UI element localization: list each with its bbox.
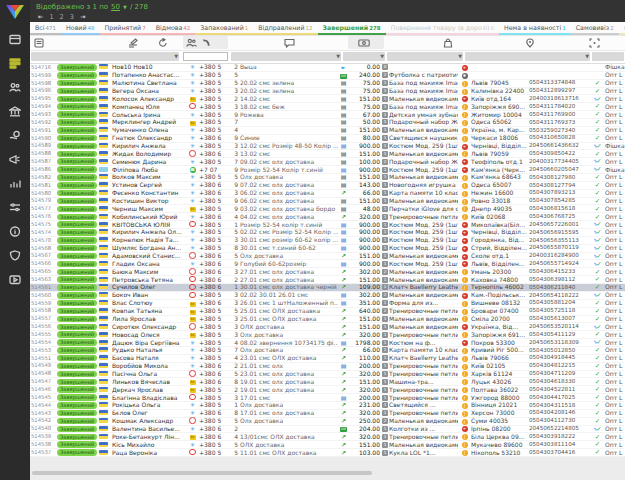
table-row[interactable]: 514546ЗавершенийДеркач Ярославkc+380 521…	[30, 386, 625, 394]
sidebar-item-support[interactable]	[4, 245, 26, 265]
repeat-orders-icon[interactable]	[157, 37, 169, 49]
sidebar-item-bank[interactable]	[4, 101, 26, 121]
tracking-status-cell: ✓	[591, 371, 604, 378]
client-people-icon[interactable]	[185, 37, 197, 49]
table-row[interactable]: 514716ЗавершенийНов10 Нов10✳+380 52Выца►…	[30, 64, 625, 72]
table-row[interactable]: 514580ЗавершенийФесенко Константин✳+380 …	[30, 190, 625, 198]
table-row[interactable]: 514575ЗавершенийКВІТОВСЬКА ЮЛІЯ+380 51Ро…	[30, 221, 625, 229]
table-row[interactable]: 514549ЗавершенийВоробйов Микола✳+380 622…	[30, 363, 625, 371]
phone-filter-input[interactable]	[183, 52, 228, 61]
table-row[interactable]: 514557ЗавершенийЛила Ярославkc+380 5325.…	[30, 316, 625, 324]
table-row[interactable]: 514599ЗавершенийПотапенко Анастас...✳+38…	[30, 72, 625, 80]
tab-2[interactable]: Новий48	[61, 22, 99, 35]
sidebar-item-settings[interactable]	[4, 197, 26, 217]
table-row[interactable]: 514548ЗавершенийПасічна Ольга+380 6523.0…	[30, 371, 625, 379]
filter-offer[interactable]	[592, 52, 624, 61]
tab-5[interactable]: Запакований1	[195, 22, 253, 35]
first-page-button[interactable]: ⇤	[38, 13, 43, 21]
table-row[interactable]: 514554ЗавершенийДацюк Віра Сергіївна✳+38…	[30, 339, 625, 347]
card-payment-icon: ▤	[341, 229, 347, 235]
last-page-button[interactable]: ⇥	[80, 13, 85, 21]
table-row[interactable]: 514556ЗавершенийСиротюк Олександр+380 53…	[30, 323, 625, 331]
table-row[interactable]: 514576ЗавершенийКобилинський Юрий✳+380 6…	[30, 213, 625, 221]
table-row[interactable]: 514591ЗавершенийЧумаченко Олена✳+380 54▤…	[30, 127, 625, 135]
table-row[interactable]: 514537ЗавершенийРаца Вероніка+380 5511.0…	[30, 449, 625, 457]
location-pin-icon[interactable]	[524, 37, 536, 49]
table-row[interactable]: 514538ЗавершенийКісь Михайло✳+380 55ОЛХ …	[30, 441, 625, 449]
table-row[interactable]: 514544ЗавершенийРокіцька Ольга✳+380 51Ол…	[30, 402, 625, 410]
table-row[interactable]: 514590ЗавершенийГнатюк Олександр✳+380 69…	[30, 135, 625, 143]
sidebar-item-orders[interactable]	[4, 53, 26, 73]
tab-3[interactable]: Прийнятий7	[100, 22, 151, 35]
table-row[interactable]: 514547ЗавершенийЛиньков Вячеславkc+380 6…	[30, 378, 625, 386]
sidebar-item-clients[interactable]	[4, 77, 26, 97]
table-row[interactable]: 514542ЗавершенийКошмак Александр+380 55О…	[30, 418, 625, 426]
table-row[interactable]: 514570ЗавершенийКорнелюк Надія Та...✳+38…	[30, 237, 625, 245]
filter-product[interactable]: ▼	[387, 52, 463, 61]
table-row[interactable]: 514540ЗавершенийВалентина Василье...✳+38…	[30, 426, 625, 434]
filter-comment[interactable]: ▼	[231, 52, 341, 61]
table-row[interactable]: 514551ЗавершенийБасова Наталя✳+380 5423.…	[30, 355, 625, 363]
order-amount: 302.00	[349, 292, 381, 298]
table-row[interactable]: 514566ЗавершенийГладик Оксана✳+380 69Гол…	[30, 260, 625, 268]
table-row[interactable]: 514563ЗавершенийПетровська Тетяна+380 62…	[30, 276, 625, 284]
money-icon[interactable]	[358, 37, 370, 49]
table-row[interactable]: 514593ЗавершенийСольська Ірина✳+380 59Ро…	[30, 111, 625, 119]
sidebar-item-finance[interactable]	[4, 125, 26, 145]
table-row[interactable]: 514560ЗавершенийБокоч Иван+380 5302.02 3…	[30, 292, 625, 300]
table-row[interactable]: 514592ЗавершенийМерклингер Андрейkc+380 …	[30, 119, 625, 127]
products-bag-icon[interactable]	[442, 37, 454, 49]
table-row[interactable]: 514579ЗавершенийКостишин Виктор✳+380 590…	[30, 198, 625, 206]
table-row[interactable]: 514598ЗавершенийМалютина Светлана✳+380 5…	[30, 80, 625, 88]
sidebar-item-dashboard[interactable]	[4, 29, 26, 49]
table-row[interactable]: 514588ЗавершенийЖидак Володимир+380 6313…	[30, 150, 625, 158]
order-form-icon[interactable]	[33, 37, 45, 49]
table-row[interactable]: 514595ЗавершенийКолосок Александрkc+380 …	[30, 95, 625, 103]
table-row[interactable]: 514586ЗавершенийФіліпова Люба☎+7 079Розм…	[30, 166, 625, 174]
table-row[interactable]: 514582ЗавершенийВолков Максим✳+380 55Олх…	[30, 174, 625, 182]
page-button-1[interactable]: 1	[49, 13, 53, 21]
filter-city[interactable]: ▼	[465, 52, 590, 61]
table-row[interactable]: 514587ЗавершенийСеменюк Дарина✳+380 5709…	[30, 158, 625, 166]
comment-chat-icon[interactable]	[283, 37, 295, 49]
tab-7[interactable]: Завершений278	[318, 22, 386, 35]
table-row[interactable]: 514577ЗавершенийЧерниш Максимkc+380 5903…	[30, 205, 625, 213]
tracking-scan-icon[interactable]	[588, 37, 600, 49]
tab-6[interactable]: Відправлений12	[253, 22, 317, 35]
table-row[interactable]: 514553ЗавершенийРудько Наталья✳+380 57Ол…	[30, 347, 625, 355]
table-row[interactable]: 514594ЗавершенийКомпанец Юля+380 5318.02…	[30, 103, 625, 111]
sidebar-item-video[interactable]	[4, 269, 26, 289]
sidebar-item-statistics[interactable]	[4, 173, 26, 193]
table-row[interactable]: 514559ЗавершенийВлас Слотюуkc+380 6326.0…	[30, 300, 625, 308]
table-row[interactable]: 514558ЗавершенийКовпак Татьянаkc+380 552…	[30, 308, 625, 316]
horizontal-scrollbar[interactable]	[32, 471, 372, 475]
table-row[interactable]: 514539ЗавершенийРоке-Бетанкурт Лін...kc+…	[30, 433, 625, 441]
tab-1[interactable]: Всі471	[30, 22, 61, 35]
per-page-dropdown[interactable]: 50	[111, 3, 120, 11]
phone-column-icon[interactable]	[200, 37, 212, 49]
table-row[interactable]: 514589ЗавершенийКирилич Анжела✳+380 5312…	[30, 143, 625, 151]
table-row[interactable]: 514565ЗавершенийБаюка Максим+380 6327.01…	[30, 268, 625, 276]
tab-9[interactable]: Нема в наявності1	[499, 22, 571, 35]
table-row[interactable]: 514543ЗавершенийБєлов Олег✳+380 6817.01 …	[30, 410, 625, 418]
page-button-2[interactable]: 2	[60, 13, 64, 21]
edit-list-icon[interactable]	[127, 37, 139, 49]
table-row[interactable]: 514555ЗавершенийНовосад Олесяkc+380 53Ол…	[30, 331, 625, 339]
table-row[interactable]: 514581ЗавершенийУстинов Сергей✳+380 6907…	[30, 182, 625, 190]
table-row[interactable]: 514545ЗавершенийБлагінна Владіслава+380 …	[30, 394, 625, 402]
tab-11[interactable]: Сервіси0	[619, 22, 625, 35]
sidebar-item-marketing[interactable]	[4, 149, 26, 169]
tab-4[interactable]: Відмова42	[151, 22, 196, 35]
filter-status[interactable]: ▼	[31, 52, 179, 61]
tab-8[interactable]: Повернення товару (в дорозі)0	[386, 22, 499, 35]
page-button-3[interactable]: 3	[70, 13, 74, 21]
table-row[interactable]: 514574ЗавершенийКирилич Анжела Ол...✳+38…	[30, 229, 625, 237]
filter-amount[interactable]: ▼	[343, 52, 385, 61]
product-cell: 1Тренировочные петли TRX Train...	[381, 387, 459, 393]
tab-10[interactable]: Самовивіз2	[571, 22, 619, 35]
table-row[interactable]: 514596ЗавершенийВегера Оксана✳+380 5320.…	[30, 88, 625, 96]
sidebar-item-info[interactable]	[4, 221, 26, 241]
table-row[interactable]: 514568ЗавершенийШумляс Богдана Ан...✳+38…	[30, 245, 625, 253]
table-row[interactable]: 514567ЗавершенийАдамовский Станис...+380…	[30, 253, 625, 261]
table-row[interactable]: 514561ЗавершенийСучилов Олег+380 6130.01…	[30, 284, 625, 292]
